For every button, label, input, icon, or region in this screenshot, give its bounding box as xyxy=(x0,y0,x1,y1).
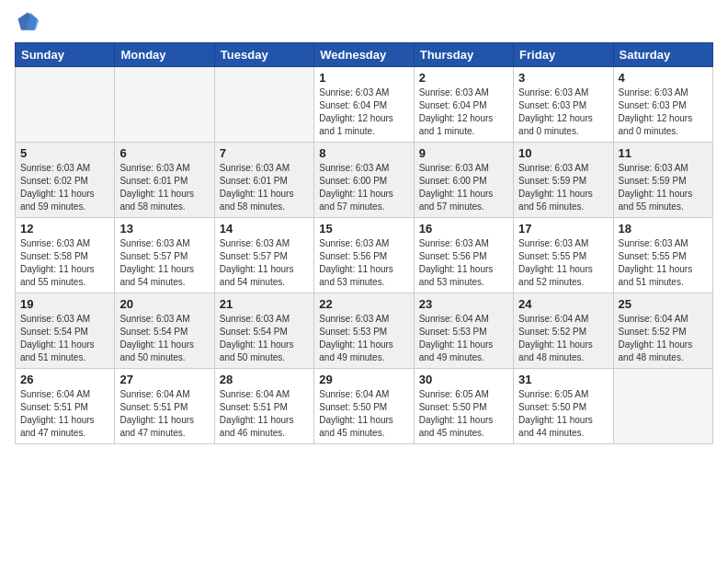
calendar-day-cell: 8Sunrise: 6:03 AM Sunset: 6:00 PM Daylig… xyxy=(314,143,414,218)
day-number: 25 xyxy=(619,297,708,311)
day-info: Sunrise: 6:03 AM Sunset: 6:02 PM Dayligh… xyxy=(20,162,109,213)
day-info: Sunrise: 6:04 AM Sunset: 5:52 PM Dayligh… xyxy=(619,313,708,364)
logo xyxy=(15,9,44,35)
day-number: 21 xyxy=(220,297,309,311)
day-info: Sunrise: 6:03 AM Sunset: 6:04 PM Dayligh… xyxy=(319,86,408,138)
day-info: Sunrise: 6:05 AM Sunset: 5:50 PM Dayligh… xyxy=(419,388,508,440)
calendar-week-row: 5Sunrise: 6:03 AM Sunset: 6:02 PM Daylig… xyxy=(16,143,713,218)
day-info: Sunrise: 6:03 AM Sunset: 5:58 PM Dayligh… xyxy=(20,237,109,289)
day-number: 11 xyxy=(619,146,708,160)
day-number: 3 xyxy=(518,71,608,85)
calendar-day-cell: 11Sunrise: 6:03 AM Sunset: 5:59 PM Dayli… xyxy=(613,143,712,218)
day-number: 18 xyxy=(619,222,708,236)
day-number: 12 xyxy=(20,222,109,236)
header xyxy=(15,9,713,35)
calendar-day-cell: 17Sunrise: 6:03 AM Sunset: 5:55 PM Dayli… xyxy=(514,218,613,293)
calendar-week-row: 19Sunrise: 6:03 AM Sunset: 5:54 PM Dayli… xyxy=(16,293,713,369)
day-info: Sunrise: 6:03 AM Sunset: 5:59 PM Dayligh… xyxy=(518,162,608,213)
day-number: 22 xyxy=(319,297,408,311)
day-number: 14 xyxy=(220,222,309,236)
day-info: Sunrise: 6:03 AM Sunset: 5:54 PM Dayligh… xyxy=(119,313,209,364)
day-info: Sunrise: 6:03 AM Sunset: 5:59 PM Dayligh… xyxy=(619,162,708,213)
day-info: Sunrise: 6:03 AM Sunset: 5:55 PM Dayligh… xyxy=(619,237,708,289)
calendar-day-cell: 21Sunrise: 6:03 AM Sunset: 5:54 PM Dayli… xyxy=(214,293,313,369)
calendar-day-cell: 2Sunrise: 6:03 AM Sunset: 6:04 PM Daylig… xyxy=(414,67,513,143)
logo-icon xyxy=(15,9,40,35)
day-info: Sunrise: 6:04 AM Sunset: 5:50 PM Dayligh… xyxy=(319,388,408,440)
day-number: 31 xyxy=(518,373,608,386)
calendar-day-cell: 26Sunrise: 6:04 AM Sunset: 5:51 PM Dayli… xyxy=(16,369,115,444)
calendar-week-row: 1Sunrise: 6:03 AM Sunset: 6:04 PM Daylig… xyxy=(16,67,713,143)
day-info: Sunrise: 6:03 AM Sunset: 5:56 PM Dayligh… xyxy=(319,237,408,289)
weekday-header-sunday: Sunday xyxy=(16,43,115,67)
day-info: Sunrise: 6:04 AM Sunset: 5:51 PM Dayligh… xyxy=(220,388,309,440)
day-number: 1 xyxy=(319,71,408,85)
day-number: 23 xyxy=(419,297,508,311)
day-number: 4 xyxy=(619,71,708,85)
day-info: Sunrise: 6:03 AM Sunset: 6:00 PM Dayligh… xyxy=(319,162,408,213)
calendar-day-cell: 18Sunrise: 6:03 AM Sunset: 5:55 PM Dayli… xyxy=(613,218,712,293)
day-info: Sunrise: 6:03 AM Sunset: 5:56 PM Dayligh… xyxy=(419,237,508,289)
day-number: 7 xyxy=(220,146,309,160)
day-number: 10 xyxy=(518,146,608,160)
calendar-day-cell: 15Sunrise: 6:03 AM Sunset: 5:56 PM Dayli… xyxy=(314,218,414,293)
day-info: Sunrise: 6:03 AM Sunset: 6:04 PM Dayligh… xyxy=(419,86,508,138)
calendar-day-cell: 31Sunrise: 6:05 AM Sunset: 5:50 PM Dayli… xyxy=(514,369,613,444)
calendar-day-cell: 29Sunrise: 6:04 AM Sunset: 5:50 PM Dayli… xyxy=(314,369,414,444)
weekday-header-wednesday: Wednesday xyxy=(314,43,414,67)
calendar-day-cell: 6Sunrise: 6:03 AM Sunset: 6:01 PM Daylig… xyxy=(115,143,214,218)
calendar-day-cell xyxy=(115,67,214,143)
day-number: 8 xyxy=(319,146,408,160)
calendar-day-cell xyxy=(214,67,313,143)
day-number: 29 xyxy=(319,373,408,386)
calendar-day-cell: 22Sunrise: 6:03 AM Sunset: 5:53 PM Dayli… xyxy=(314,293,414,369)
day-number: 26 xyxy=(20,373,109,386)
day-info: Sunrise: 6:03 AM Sunset: 5:57 PM Dayligh… xyxy=(220,237,309,289)
day-info: Sunrise: 6:03 AM Sunset: 6:03 PM Dayligh… xyxy=(619,86,708,138)
day-info: Sunrise: 6:03 AM Sunset: 6:00 PM Dayligh… xyxy=(419,162,508,213)
day-number: 2 xyxy=(419,71,508,85)
day-number: 6 xyxy=(119,146,209,160)
calendar-week-row: 26Sunrise: 6:04 AM Sunset: 5:51 PM Dayli… xyxy=(16,369,713,444)
day-info: Sunrise: 6:03 AM Sunset: 5:54 PM Dayligh… xyxy=(20,313,109,364)
day-info: Sunrise: 6:04 AM Sunset: 5:51 PM Dayligh… xyxy=(119,388,209,440)
weekday-header-monday: Monday xyxy=(115,43,214,67)
weekday-header-row: SundayMondayTuesdayWednesdayThursdayFrid… xyxy=(16,43,713,67)
calendar-day-cell: 28Sunrise: 6:04 AM Sunset: 5:51 PM Dayli… xyxy=(214,369,313,444)
day-number: 20 xyxy=(119,297,209,311)
calendar-day-cell: 5Sunrise: 6:03 AM Sunset: 6:02 PM Daylig… xyxy=(16,143,115,218)
calendar-day-cell: 1Sunrise: 6:03 AM Sunset: 6:04 PM Daylig… xyxy=(314,67,414,143)
calendar-day-cell: 7Sunrise: 6:03 AM Sunset: 6:01 PM Daylig… xyxy=(214,143,313,218)
weekday-header-saturday: Saturday xyxy=(613,43,712,67)
day-number: 28 xyxy=(220,373,309,386)
day-info: Sunrise: 6:03 AM Sunset: 6:01 PM Dayligh… xyxy=(119,162,209,213)
day-info: Sunrise: 6:03 AM Sunset: 5:55 PM Dayligh… xyxy=(518,237,608,289)
calendar-day-cell: 9Sunrise: 6:03 AM Sunset: 6:00 PM Daylig… xyxy=(414,143,513,218)
calendar-day-cell: 30Sunrise: 6:05 AM Sunset: 5:50 PM Dayli… xyxy=(414,369,513,444)
day-info: Sunrise: 6:04 AM Sunset: 5:51 PM Dayligh… xyxy=(20,388,109,440)
day-info: Sunrise: 6:03 AM Sunset: 5:53 PM Dayligh… xyxy=(319,313,408,364)
day-info: Sunrise: 6:05 AM Sunset: 5:50 PM Dayligh… xyxy=(518,388,608,440)
day-number: 24 xyxy=(518,297,608,311)
calendar-day-cell: 4Sunrise: 6:03 AM Sunset: 6:03 PM Daylig… xyxy=(613,67,712,143)
calendar-day-cell: 12Sunrise: 6:03 AM Sunset: 5:58 PM Dayli… xyxy=(16,218,115,293)
weekday-header-friday: Friday xyxy=(514,43,613,67)
calendar-day-cell: 19Sunrise: 6:03 AM Sunset: 5:54 PM Dayli… xyxy=(16,293,115,369)
day-info: Sunrise: 6:03 AM Sunset: 5:54 PM Dayligh… xyxy=(220,313,309,364)
day-number: 16 xyxy=(419,222,508,236)
calendar-table: SundayMondayTuesdayWednesdayThursdayFrid… xyxy=(15,42,713,444)
calendar-day-cell: 14Sunrise: 6:03 AM Sunset: 5:57 PM Dayli… xyxy=(214,218,313,293)
day-number: 13 xyxy=(119,222,209,236)
day-number: 5 xyxy=(20,146,109,160)
calendar-day-cell: 3Sunrise: 6:03 AM Sunset: 6:03 PM Daylig… xyxy=(514,67,613,143)
day-number: 17 xyxy=(518,222,608,236)
calendar-day-cell: 27Sunrise: 6:04 AM Sunset: 5:51 PM Dayli… xyxy=(115,369,214,444)
calendar-day-cell: 13Sunrise: 6:03 AM Sunset: 5:57 PM Dayli… xyxy=(115,218,214,293)
weekday-header-thursday: Thursday xyxy=(414,43,513,67)
day-info: Sunrise: 6:03 AM Sunset: 6:03 PM Dayligh… xyxy=(518,86,608,138)
day-number: 27 xyxy=(119,373,209,386)
day-info: Sunrise: 6:03 AM Sunset: 5:57 PM Dayligh… xyxy=(119,237,209,289)
calendar-day-cell: 23Sunrise: 6:04 AM Sunset: 5:53 PM Dayli… xyxy=(414,293,513,369)
day-info: Sunrise: 6:04 AM Sunset: 5:52 PM Dayligh… xyxy=(518,313,608,364)
calendar-day-cell: 25Sunrise: 6:04 AM Sunset: 5:52 PM Dayli… xyxy=(613,293,712,369)
